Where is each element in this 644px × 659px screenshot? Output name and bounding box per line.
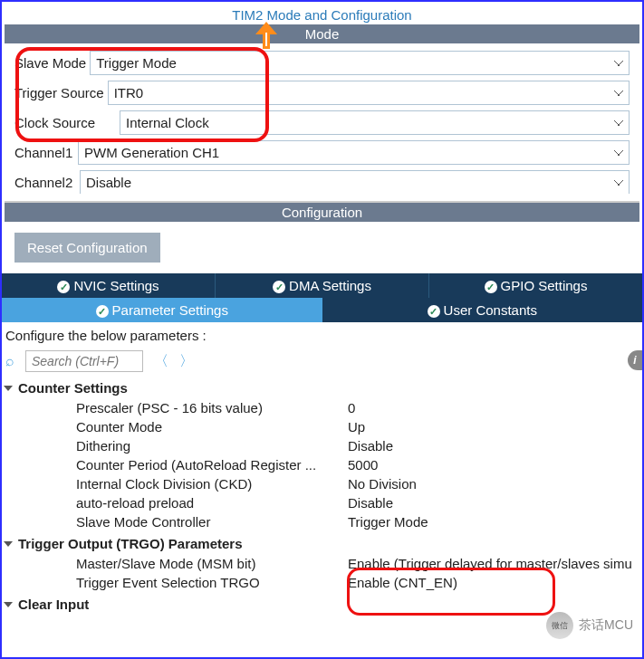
param-label: Prescaler (PSC - 16 bits value) — [76, 400, 348, 415]
clear-input-header[interactable]: Clear Input — [4, 594, 639, 615]
param-label: Internal Clock Division (CKD) — [76, 476, 348, 492]
config-body: Reset Configuration — [2, 222, 642, 273]
annotation-arrow-up — [255, 22, 277, 49]
channel2-select[interactable]: Disable — [80, 170, 630, 194]
clock-source-label: Clock Source — [14, 115, 116, 130]
tab-label: GPIO Settings — [501, 278, 588, 293]
tab-parameter-settings[interactable]: ✓Parameter Settings — [2, 298, 322, 322]
param-row[interactable]: Prescaler (PSC - 16 bits value)0 — [4, 398, 639, 417]
watermark-text: 茶话MCU — [579, 617, 633, 634]
check-icon: ✓ — [57, 281, 70, 293]
param-row[interactable]: Trigger Event Selection TRGOEnable (CNT_… — [4, 573, 639, 592]
param-row[interactable]: Slave Mode ControllerTrigger Mode — [4, 512, 639, 531]
param-row[interactable]: Master/Slave Mode (MSM bit)Enable (Trigg… — [4, 554, 639, 573]
tab-nvic-settings[interactable]: ✓NVIC Settings — [2, 273, 216, 298]
tab-gpio-settings[interactable]: ✓GPIO Settings — [429, 273, 642, 298]
tab-user-constants[interactable]: ✓User Constants — [322, 298, 643, 322]
param-value: Disable — [348, 495, 639, 511]
param-label: Master/Slave Mode (MSM bit) — [76, 556, 348, 571]
param-label: Counter Mode — [76, 419, 348, 435]
check-icon: ✓ — [96, 305, 109, 318]
param-value: Enable (Trigger delayed for master/slave… — [348, 556, 639, 571]
tabs-row-1: ✓NVIC Settings ✓DMA Settings ✓GPIO Setti… — [2, 273, 642, 298]
channel1-select[interactable]: PWM Generation CH1 — [78, 140, 630, 165]
chevron-down-icon — [4, 386, 13, 391]
check-icon: ✓ — [428, 305, 440, 318]
wechat-icon: 微信 — [546, 612, 573, 639]
clock-source-row: Clock Source Internal Clock — [14, 110, 630, 135]
search-input[interactable] — [25, 350, 143, 372]
page-title: TIM2 Mode and Configuration — [2, 2, 642, 24]
configure-hint: Configure the below parameters : — [2, 322, 642, 350]
param-row[interactable]: Counter Period (AutoReload Register ...5… — [4, 455, 639, 474]
param-row[interactable]: DitheringDisable — [4, 436, 639, 455]
info-icon[interactable]: i — [628, 350, 642, 370]
channel2-label: Channel2 — [14, 175, 76, 190]
channel2-row: Channel2 Disable — [14, 170, 630, 194]
tab-dma-settings[interactable]: ✓DMA Settings — [216, 273, 429, 298]
param-label: Trigger Event Selection TRGO — [76, 575, 348, 590]
trgo-parameters-header[interactable]: Trigger Output (TRGO) Parameters — [4, 533, 639, 554]
tab-label: DMA Settings — [289, 278, 371, 293]
param-label: Counter Period (AutoReload Register ... — [76, 457, 348, 473]
node-title: Trigger Output (TRGO) Parameters — [18, 536, 243, 551]
param-value: Up — [348, 419, 639, 435]
config-section-header: Configuration — [5, 201, 639, 222]
param-value: 0 — [348, 400, 639, 415]
tab-label: NVIC Settings — [73, 278, 159, 293]
node-title: Counter Settings — [18, 380, 128, 396]
param-label: auto-reload preload — [76, 495, 348, 511]
node-title: Clear Input — [18, 597, 89, 612]
trigger-source-select[interactable]: ITR0 — [108, 81, 630, 105]
slave-mode-select[interactable]: Trigger Mode — [90, 51, 630, 75]
tab-label: Parameter Settings — [112, 302, 228, 318]
param-row[interactable]: Counter ModeUp — [4, 417, 639, 436]
clock-source-select[interactable]: Internal Clock — [120, 110, 630, 135]
param-row[interactable]: Internal Clock Division (CKD)No Division — [4, 474, 639, 493]
param-value: Trigger Mode — [348, 514, 639, 530]
param-value: Disable — [348, 438, 639, 454]
reset-configuration-button[interactable]: Reset Configuration — [14, 233, 160, 263]
param-label: Dithering — [76, 438, 348, 454]
parameter-tree: Counter Settings Prescaler (PSC - 16 bit… — [2, 377, 642, 615]
watermark: 微信 茶话MCU — [546, 612, 633, 639]
trigger-source-row: Trigger Source ITR0 — [14, 81, 630, 105]
tabs-row-2: ✓Parameter Settings ✓User Constants — [2, 298, 642, 322]
tab-label: User Constants — [444, 302, 537, 318]
param-value: 5000 — [348, 457, 639, 473]
check-icon: ✓ — [485, 281, 497, 293]
chevron-down-icon — [4, 602, 13, 607]
search-next-button[interactable]: 〉 — [179, 352, 194, 371]
counter-settings-node: Counter Settings Prescaler (PSC - 16 bit… — [4, 377, 639, 531]
clear-input-node: Clear Input — [4, 594, 639, 615]
trigger-source-label: Trigger Source — [14, 85, 104, 100]
slave-mode-label: Slave Mode — [14, 55, 86, 71]
param-row[interactable]: auto-reload preloadDisable — [4, 493, 639, 512]
search-prev-button[interactable]: 〈 — [154, 352, 168, 371]
param-value: Enable (CNT_EN) — [348, 575, 639, 590]
channel1-row: Channel1 PWM Generation CH1 — [14, 140, 630, 165]
counter-settings-header[interactable]: Counter Settings — [4, 377, 639, 398]
mode-section-header: Mode — [5, 24, 639, 43]
search-row: ⌕ 〈 〉 i — [2, 350, 642, 377]
channel1-label: Channel1 — [14, 145, 74, 160]
trgo-parameters-node: Trigger Output (TRGO) Parameters Master/… — [4, 533, 639, 592]
chevron-down-icon — [4, 541, 13, 547]
search-icon[interactable]: ⌕ — [5, 353, 14, 369]
param-label: Slave Mode Controller — [76, 514, 348, 530]
check-icon: ✓ — [273, 281, 285, 293]
slave-mode-row: Slave Mode Trigger Mode — [14, 51, 630, 75]
mode-panel: Slave Mode Trigger Mode Trigger Source I… — [2, 43, 642, 197]
param-value: No Division — [348, 476, 639, 492]
